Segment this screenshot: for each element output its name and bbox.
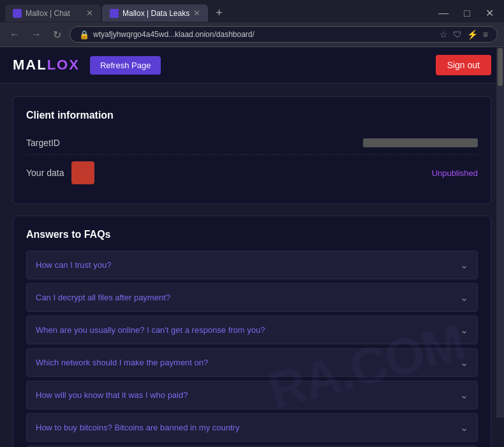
- client-info-card: Client information TargetID Your data Un…: [13, 96, 491, 204]
- logo: MALLOX: [13, 57, 80, 73]
- chevron-down-icon-0: ⌄: [460, 259, 468, 271]
- refresh-page-button[interactable]: Refresh Page: [90, 56, 161, 75]
- scrollbar[interactable]: [496, 48, 504, 418]
- target-id-label: TargetID: [26, 138, 103, 148]
- faq-item-0[interactable]: How can I trust you? ⌄: [26, 251, 478, 279]
- maximize-button[interactable]: □: [459, 5, 475, 22]
- unpublished-badge: Unpublished: [432, 168, 478, 178]
- lock-icon: 🔒: [79, 30, 89, 40]
- faq-question-3: Which network should I make the payment …: [36, 358, 454, 367]
- tab-data-leaks-close[interactable]: ✕: [193, 8, 200, 18]
- tab-chat-icon: [13, 9, 22, 18]
- faq-card: Answers to FAQs How can I trust you? ⌄ C…: [13, 216, 491, 447]
- shield-icon[interactable]: 🛡: [453, 29, 462, 40]
- faq-question-1: Can I decrypt all files after payment?: [36, 293, 454, 302]
- faq-item-2[interactable]: When are you usually online? I can't get…: [26, 316, 478, 344]
- faq-item-3[interactable]: Which network should I make the payment …: [26, 348, 478, 377]
- tab-data-leaks-label: Mallox | Data Leaks: [122, 9, 189, 18]
- your-data-thumbnail: [71, 161, 94, 184]
- tab-data-leaks-icon: [110, 9, 119, 18]
- browser-chrome: Mallox | Chat ✕ Mallox | Data Leaks ✕ + …: [0, 0, 504, 47]
- extension-icon[interactable]: ⚡: [467, 29, 478, 40]
- address-bar-row: ← → ↻ 🔒 wtyafjyhwqrgo4a45wd...klaad.onio…: [0, 22, 504, 47]
- window-controls: — □ ✕: [433, 4, 499, 22]
- chevron-down-icon-1: ⌄: [460, 291, 468, 304]
- tab-bar: Mallox | Chat ✕ Mallox | Data Leaks ✕ + …: [0, 0, 504, 22]
- chevron-down-icon-4: ⌄: [460, 389, 468, 401]
- chevron-down-icon-5: ⌄: [460, 421, 468, 434]
- content: Client information TargetID Your data Un…: [0, 84, 504, 447]
- bookmark-icon[interactable]: ☆: [440, 29, 448, 40]
- target-id-row: TargetID: [26, 131, 478, 155]
- chevron-down-icon-2: ⌄: [460, 324, 468, 336]
- minimize-button[interactable]: —: [433, 5, 454, 22]
- app: MALLOX Refresh Page Sign out Client info…: [0, 47, 504, 447]
- tab-chat-label: Mallox | Chat: [26, 9, 70, 18]
- target-id-value: [363, 138, 478, 147]
- address-bar[interactable]: 🔒 wtyafjyhwqrgo4a45wd...klaad.onion/dash…: [70, 26, 498, 43]
- faq-question-2: When are you usually online? I can't get…: [36, 325, 454, 335]
- address-bar-icons: ☆ 🛡 ⚡ ≡: [440, 29, 488, 40]
- faq-question-5: How to buy bitcoins? Bitcoins are banned…: [36, 423, 454, 432]
- back-button[interactable]: ←: [6, 27, 23, 41]
- new-tab-button[interactable]: +: [209, 4, 229, 22]
- your-data-row: Your data Unpublished: [26, 155, 478, 191]
- address-text: wtyafjyhwqrgo4a45wd...klaad.onion/dashbo…: [93, 30, 255, 39]
- faq-item-4[interactable]: How will you know that it was I who paid…: [26, 381, 478, 409]
- chevron-down-icon-3: ⌄: [460, 356, 468, 369]
- tab-chat[interactable]: Mallox | Chat ✕: [5, 4, 101, 22]
- reload-button[interactable]: ↻: [50, 27, 64, 42]
- close-window-button[interactable]: ✕: [480, 4, 499, 22]
- faq-item-1[interactable]: Can I decrypt all files after payment? ⌄: [26, 283, 478, 312]
- menu-icon[interactable]: ≡: [483, 29, 488, 40]
- logo-accent: LOX: [47, 57, 80, 73]
- app-header: MALLOX Refresh Page Sign out: [0, 47, 504, 84]
- faq-question-0: How can I trust you?: [36, 260, 454, 270]
- your-data-label: Your data: [26, 168, 64, 178]
- faq-question-4: How will you know that it was I who paid…: [36, 390, 454, 400]
- tab-data-leaks[interactable]: Mallox | Data Leaks ✕: [102, 4, 208, 22]
- forward-button[interactable]: →: [28, 27, 45, 41]
- client-info-title: Client information: [26, 110, 478, 121]
- tab-chat-close[interactable]: ✕: [86, 8, 93, 18]
- signout-button[interactable]: Sign out: [436, 55, 491, 75]
- faq-title: Answers to FAQs: [26, 229, 478, 240]
- faq-item-5[interactable]: How to buy bitcoins? Bitcoins are banned…: [26, 413, 478, 442]
- scrollbar-thumb[interactable]: [498, 48, 503, 86]
